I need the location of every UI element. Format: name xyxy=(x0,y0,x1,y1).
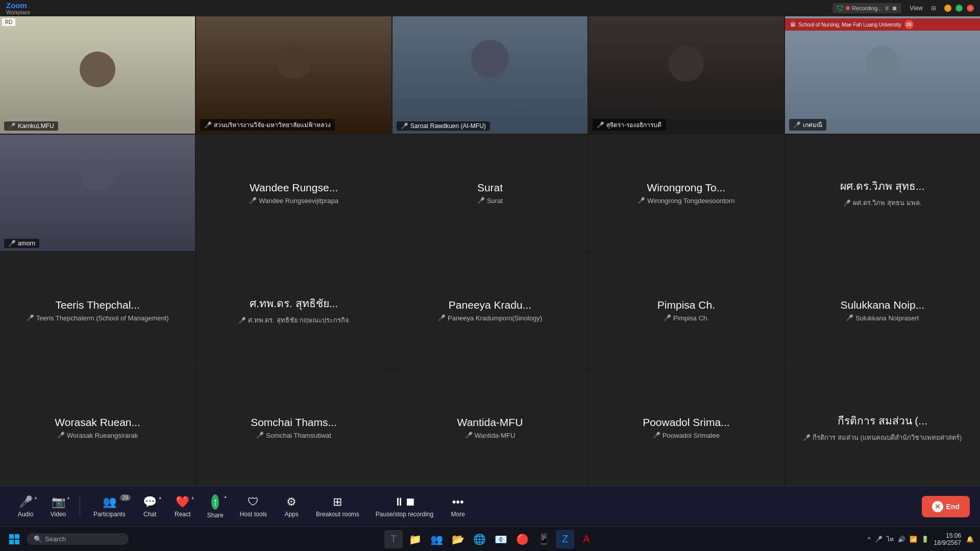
taskbar-zoom[interactable]: Z xyxy=(556,530,574,548)
mic-icon: 🎤 xyxy=(875,536,883,543)
participant-name-teeris: Teeris Thepchal... xyxy=(56,299,140,311)
mute-icon-7: 🎤 xyxy=(249,197,257,204)
name-cell-sutthichai: ศ.ทพ.ดร. สุทธิชัย... 🎤 ศ.ทพ.ดร. สุทธิชัย… xyxy=(196,252,391,368)
breakout-icon: ⊞ xyxy=(333,495,342,509)
participant-sublabel-wantida: 🎤 Wantida-MFU xyxy=(465,432,516,439)
battery-icon: 🔋 xyxy=(921,536,929,543)
taskbar-ms-teams[interactable]: 👥 xyxy=(427,530,446,548)
explorer-icon: 📂 xyxy=(452,533,464,545)
cam-label-5: 🎤 เกศมณี xyxy=(789,119,826,131)
top-video-row: RD 🎤 KarnkuLMFU 🎤 สวนบริหารงานวิจัย-มหาว… xyxy=(0,16,980,134)
name-cell-worasak: Worasak Ruean... 🎤 Worasak Rueangsirarak xyxy=(0,369,195,486)
participant-name-kirati: กีรติการ สมส่วน (... xyxy=(838,412,927,429)
volume-icon: 🔊 xyxy=(898,536,905,543)
video-icon: 📷 xyxy=(52,495,65,509)
chrome-icon: 🔴 xyxy=(516,533,529,545)
participant-name-worasak: Worasak Ruean... xyxy=(55,416,140,429)
view-button[interactable]: View xyxy=(910,5,923,12)
name-cell-wirongrong: Wirongrong To... 🎤 Wirongrong Tongdeesoo… xyxy=(589,135,783,251)
cam-name-1: KarnkuLMFU xyxy=(18,122,54,130)
mute-icon-15: 🎤 xyxy=(846,314,853,321)
participants-button[interactable]: 👥 Participants 20 ▲ xyxy=(86,492,133,521)
clock-time: 15:06 xyxy=(934,532,961,539)
video-cell-karnkul: RD 🎤 KarnkuLMFU xyxy=(0,16,195,134)
participant-name-wandee: Wandee Rungse... xyxy=(250,182,338,194)
participant-sublabel-sulukkana: 🎤 Sulukkana Noiprasert xyxy=(846,314,919,322)
video-cell-ketsaman: 🏛 School of Nursing, Mae Fah Luang Unive… xyxy=(785,16,980,134)
mute-icon-6: 🎤 xyxy=(8,240,16,247)
audio-button[interactable]: 🎤 Audio ▲ xyxy=(10,492,41,521)
host-tools-button[interactable]: 🛡 Host tools xyxy=(233,492,274,521)
end-icon: ✕ xyxy=(932,501,943,512)
mute-icon-14: 🎤 xyxy=(664,314,671,321)
start-button[interactable] xyxy=(6,531,22,547)
tray-chevron[interactable]: ^ xyxy=(868,536,871,543)
svg-rect-0 xyxy=(9,534,14,539)
participant-name-phd: ผศ.ดร.วิภพ สุทธ... xyxy=(840,178,924,194)
toolbar-separator-1 xyxy=(80,496,80,517)
taskbar-chrome[interactable]: 🔴 xyxy=(513,530,531,548)
close-button[interactable]: ✕ xyxy=(967,5,974,12)
chat-button[interactable]: 💬 Chat ▲ xyxy=(135,492,165,521)
host-tools-label: Host tools xyxy=(240,511,267,518)
taskbar-folder-app[interactable]: 📁 xyxy=(406,530,424,548)
school-icon: 🏛 xyxy=(790,21,796,28)
chat-label: Chat xyxy=(143,511,156,518)
second-video-row: 🎤 amorn Wandee Rungse... 🎤 Wandee Rungse… xyxy=(0,135,980,251)
search-placeholder: Search xyxy=(45,535,66,543)
taskbar-acrobat[interactable]: A xyxy=(577,530,596,548)
participant-sublabel-kirati: 🎤 กีรติการ สมส่วน (แทนคณบดีสำนักวิชาแพทย… xyxy=(803,432,962,443)
breakout-label: Breakout rooms xyxy=(316,511,359,518)
taskbar-email[interactable]: 📧 xyxy=(492,530,510,548)
breakout-button[interactable]: ⊞ Breakout rooms xyxy=(309,492,366,521)
video-grid: RD 🎤 KarnkuLMFU 🎤 สวนบริหารงานวิจัย-มหาว… xyxy=(0,16,980,486)
more-button[interactable]: ••• More xyxy=(443,492,473,521)
taskbar-line[interactable]: 📱 xyxy=(534,530,553,548)
participant-sublabel-poowadol: 🎤 Poowadol Srimalee xyxy=(653,432,720,439)
react-button[interactable]: ❤️ React ▲ xyxy=(167,492,198,521)
notification-icon[interactable]: 🔔 xyxy=(966,536,974,543)
name-cell-teeris: Teeris Thepchal... 🎤 Teeris Thepchalerm … xyxy=(0,252,195,368)
participant-name-surat: Surat xyxy=(477,182,503,194)
minimize-button[interactable]: − xyxy=(944,5,951,12)
taskbar-teams-app[interactable]: T xyxy=(384,530,403,548)
participant-sublabel-worasak: 🎤 Worasak Rueangsirarak xyxy=(57,432,138,439)
cam-name-2: สวนบริหารงานวิจัย-มหาวิทยาลัยแม่ฟ้าหลวง xyxy=(214,120,331,130)
mute-icon-11: 🎤 xyxy=(27,314,34,321)
participant-sublabel-wirongrong: 🎤 Wirongrong Tongdeesoontorn xyxy=(638,197,734,205)
video-cell-saroat: 🎤 Saroat Rawdkuen (AI-MFU) xyxy=(393,16,587,134)
taskbar-file-explorer[interactable]: 📂 xyxy=(449,530,467,548)
name-cell-somchai: Somchai Thams... 🎤 Somchai Thamsutiwat xyxy=(196,369,391,486)
grid-icon: ⊞ xyxy=(931,5,936,12)
win-search-bar[interactable]: 🔍 Search xyxy=(27,533,129,545)
apps-button[interactable]: ⚙ Apps xyxy=(276,492,307,521)
lang-indicator: ไท xyxy=(887,534,894,544)
window-controls[interactable]: − □ ✕ xyxy=(944,5,974,12)
video-button[interactable]: 📷 Video ▲ xyxy=(43,492,74,521)
share-button[interactable]: ↑ Share ▲ xyxy=(200,491,231,522)
more-icon: ••• xyxy=(452,495,464,509)
maximize-button[interactable]: □ xyxy=(955,5,963,12)
cam-name-5: เกศมณี xyxy=(803,120,822,130)
share-icon: ↑ xyxy=(211,494,219,510)
school-name: School of Nursing, Mae Fah Luang Univers… xyxy=(799,22,901,28)
line-icon: 📱 xyxy=(537,533,550,545)
participant-sublabel-phd: 🎤 ผศ.ดร.วิภพ สุทธน มพล. xyxy=(843,197,921,208)
svg-rect-3 xyxy=(15,540,19,544)
end-call-button[interactable]: ✕ End xyxy=(922,496,970,517)
taskbar-edge[interactable]: 🌐 xyxy=(470,530,488,548)
mute-icon-2: 🎤 xyxy=(204,121,212,129)
zoom-brand: Zoom xyxy=(6,1,30,10)
cam-label-6: 🎤 amorn xyxy=(4,239,39,248)
recording-badge: 🛡 Recording... ⏸ ⏹ xyxy=(832,3,901,13)
cam-name-4: สุจิตรา-รองอธิการบดี xyxy=(606,120,662,130)
rec-dot xyxy=(846,6,850,10)
acrobat-icon: A xyxy=(583,533,590,545)
apps-label: Apps xyxy=(284,511,298,518)
audio-muted-icon: 🎤 xyxy=(19,495,33,509)
mute-icon-1: 🎤 xyxy=(8,122,16,130)
pause-recording-button[interactable]: ⏸⏹ Pause/stop recording xyxy=(369,492,440,521)
video-label: Video xyxy=(51,511,66,518)
win-taskbar-left: 🔍 Search xyxy=(6,531,129,547)
participant-sublabel-surat: 🎤 Surat xyxy=(477,197,503,205)
